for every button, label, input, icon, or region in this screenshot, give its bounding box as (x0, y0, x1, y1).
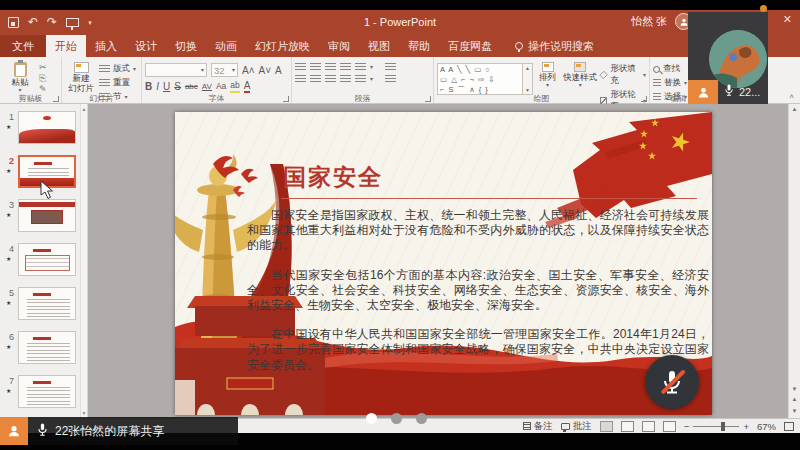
text-highlight-button[interactable]: ab (230, 80, 239, 93)
tab-home[interactable]: 开始 (46, 35, 86, 57)
slide-title[interactable]: 国家安全 (283, 162, 383, 193)
shapes-gallery-scroll[interactable]: ▲ ▼ (523, 63, 533, 95)
tab-file[interactable]: 文件 (0, 35, 46, 57)
paste-button[interactable]: 粘贴 ▾ (3, 60, 37, 93)
fit-to-window-icon[interactable] (784, 422, 794, 431)
zoom-slider[interactable] (693, 426, 739, 427)
slide-sorter-view-button[interactable] (621, 421, 634, 432)
text-direction-icon[interactable] (385, 63, 396, 72)
canvas-scrollbar[interactable]: ▲ ▼ ▲ ▼ (788, 104, 800, 418)
font-dialog-launcher-icon[interactable] (283, 96, 289, 102)
tab-view[interactable]: 视图 (359, 35, 399, 57)
quick-styles-button[interactable]: 快速样式 ▾ (562, 60, 598, 93)
next-slide-icon[interactable]: ▼ (792, 408, 798, 414)
scroll-down-icon[interactable]: ▼ (792, 386, 798, 392)
change-case-button[interactable]: Aa (216, 81, 226, 92)
align-right-icon[interactable] (325, 75, 336, 84)
find-button[interactable]: 查找 (653, 63, 687, 75)
paragraph-dialog-launcher-icon[interactable] (425, 96, 431, 102)
tab-transitions[interactable]: 切换 (166, 35, 206, 57)
italic-button[interactable]: I (156, 81, 159, 92)
reset-button[interactable]: 重置 (99, 77, 136, 89)
replace-button[interactable]: 替换▾ (653, 77, 687, 89)
tab-slideshow[interactable]: 幻灯片放映 (246, 35, 319, 57)
comments-toggle[interactable]: 批注 (561, 420, 592, 433)
thumb-preview[interactable] (18, 375, 76, 408)
reading-view-button[interactable] (642, 421, 655, 432)
align-left-icon[interactable] (295, 75, 306, 84)
increase-indent-icon[interactable] (340, 63, 351, 72)
shrink-font-button[interactable]: A˅ (259, 65, 272, 76)
shapes-scroll-up-icon[interactable]: ▲ (525, 65, 530, 71)
justify-icon[interactable] (340, 75, 351, 84)
thumbnail-scrollbar[interactable]: ▲ ▼ (80, 104, 87, 418)
zoom-out-button[interactable]: − (684, 421, 690, 432)
thumb-preview[interactable] (18, 287, 76, 320)
thumb-scroll-up-icon[interactable]: ▲ (82, 106, 87, 112)
layout-button[interactable]: 版式▾ (99, 63, 136, 75)
tab-insert[interactable]: 插入 (86, 35, 126, 57)
bullets-icon[interactable] (295, 63, 306, 72)
underline-button[interactable]: U (163, 81, 170, 92)
bold-button[interactable]: B (145, 81, 152, 92)
font-name-combo[interactable]: ▾ (145, 63, 207, 77)
font-color-button[interactable]: A (244, 80, 251, 93)
tab-baidu-netdisk[interactable]: 百度网盘 (439, 35, 501, 57)
strikethrough-button[interactable]: S (174, 81, 181, 92)
tab-review[interactable]: 审阅 (319, 35, 359, 57)
person-icon (7, 424, 21, 438)
numbering-icon[interactable] (310, 63, 321, 72)
thumb-scroll-down-icon[interactable]: ▼ (82, 410, 87, 416)
cut-icon[interactable]: ✂ (39, 63, 47, 72)
tab-design[interactable]: 设计 (126, 35, 166, 57)
shapes-gallery[interactable]: A A ╲ ╲ ▭ ○ ▭ △ ⌐ ¬ ⇨ ⇩ ⌐ S ⌒ ∧ { } (437, 63, 523, 95)
font-size-combo[interactable]: 32▾ (211, 63, 238, 77)
notes-toggle[interactable]: 备注 (523, 420, 553, 433)
normal-view-button[interactable] (600, 421, 613, 432)
thumb-preview[interactable] (18, 243, 76, 276)
clipboard-dialog-launcher-icon[interactable] (53, 96, 59, 102)
paste-label: 粘贴 (12, 78, 29, 87)
strikethrough-abc-button[interactable]: abc (185, 81, 198, 92)
decrease-indent-icon[interactable] (325, 63, 336, 72)
scroll-up-icon[interactable]: ▲ (792, 106, 798, 112)
arrange-button[interactable]: 排列 ▾ (535, 60, 560, 93)
collapse-ribbon-icon[interactable]: ˄ (789, 92, 794, 101)
drawing-dialog-launcher-icon[interactable] (641, 96, 647, 102)
tab-animations[interactable]: 动画 (206, 35, 246, 57)
zoom-slider-thumb[interactable] (721, 422, 725, 431)
previous-slide-icon[interactable]: ▲ (792, 396, 798, 402)
zoom-level[interactable]: 67% (757, 421, 776, 432)
grow-font-button[interactable]: A˄ (242, 65, 255, 76)
thumbnail-slide-6[interactable]: 6 ★ (0, 324, 87, 368)
new-slide-button[interactable]: 新建 幻灯片 (65, 60, 97, 93)
tab-help[interactable]: 帮助 (399, 35, 439, 57)
thumbnail-slide-7[interactable]: 7 ★ (0, 368, 87, 412)
copy-icon[interactable]: ⎘ (39, 74, 47, 83)
zoom-in-button[interactable]: + (743, 421, 749, 432)
thumbnail-slide-4[interactable]: 4 ★ (0, 236, 87, 280)
window-close-button[interactable]: ✕ (783, 13, 792, 26)
columns-icon[interactable] (355, 75, 366, 84)
slide-body-textbox[interactable]: 国家安全是指国家政权、主权、统一和领土完整、人民福祉、经济社会可持续发展和国家其… (247, 208, 709, 387)
participant-video-tile[interactable]: 22... (688, 12, 768, 104)
slideshow-view-button[interactable] (663, 421, 676, 432)
thumb-preview[interactable] (18, 331, 76, 364)
thumb-preview[interactable] (18, 111, 76, 144)
shape-fill-button[interactable]: 形状填充▾ (600, 63, 646, 87)
tell-me-search-label: 操作说明搜索 (528, 39, 594, 54)
tell-me-search[interactable]: 操作说明搜索 (515, 35, 594, 57)
thumb-preview[interactable] (18, 199, 76, 232)
clear-formatting-button[interactable]: A (275, 65, 282, 76)
thumbnail-slide-5[interactable]: 5 ★ (0, 280, 87, 324)
thumbnail-slide-1[interactable]: 1 ★ (0, 104, 87, 148)
character-spacing-button[interactable]: AV (202, 81, 212, 92)
line-spacing-icon[interactable] (355, 63, 366, 72)
align-center-icon[interactable] (310, 75, 321, 84)
quick-styles-icon (574, 62, 586, 72)
convert-smartart-icon[interactable] (385, 75, 396, 84)
account-area[interactable]: 怡然 张 (631, 13, 692, 30)
animation-star-icon: ★ (6, 299, 11, 306)
slide-2-editing-surface[interactable]: 国家安全 国家安全是指国家政权、主权、统一和领土完整、人民福祉、经济社会可持续发… (175, 112, 712, 415)
mute-toggle-button[interactable] (645, 355, 699, 409)
